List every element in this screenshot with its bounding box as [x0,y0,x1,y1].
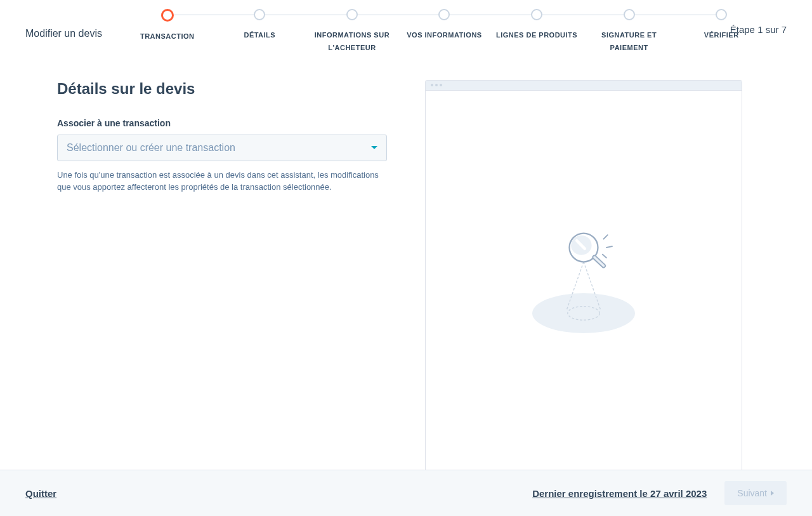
step-label: SIGNATURE ET PAIEMENT [601,29,657,55]
step-circle-icon [438,9,450,20]
preview-toolbar [426,81,742,91]
step-circle-icon [531,9,542,20]
step-line [167,15,260,15]
toolbar-dot-icon [440,84,442,86]
next-button[interactable]: Suivant [724,481,787,505]
magnifier-spotlight-icon [527,225,641,339]
left-panel: Détails sur le devis Associer à une tran… [57,80,387,473]
step-buyer-info[interactable]: INFORMATIONS SUR L'ACHETEUR [306,9,398,55]
select-placeholder: Sélectionner ou créer une transaction [67,142,235,154]
section-title: Détails sur le devis [57,80,387,98]
step-label: VOS INFORMATIONS [407,29,481,42]
right-panel [425,80,742,473]
page-title: Modifier un devis [25,9,102,39]
step-label: INFORMATIONS SUR L'ACHETEUR [315,29,390,55]
step-label: DÉTAILS [244,29,275,42]
next-button-label: Suivant [737,488,767,498]
footer: Quitter Dernier enregistrement le 27 avr… [0,470,812,516]
transaction-field-label: Associer à une transaction [57,118,387,128]
step-transaction[interactable]: TRANSACTION [121,9,214,43]
preview-window [425,80,742,473]
last-save-text: Dernier enregistrement le 27 avril 2023 [532,488,707,499]
step-circle-icon [346,9,358,20]
step-line [352,15,445,15]
step-details[interactable]: DÉTAILS [214,9,306,42]
step-indicator: Étape 1 sur 7 [730,24,787,35]
toolbar-dot-icon [435,84,438,86]
stepper: TRANSACTION DÉTAILS INFORMATIONS SUR L'A… [102,9,787,55]
step-circle-active [161,9,174,22]
step-signature-payment[interactable]: SIGNATURE ET PAIEMENT [583,9,676,55]
footer-right: Dernier enregistrement le 27 avril 2023 … [532,481,787,505]
header: Modifier un devis TRANSACTION DÉTAILS IN… [0,0,812,55]
transaction-select[interactable]: Sélectionner ou créer une transaction [57,135,387,161]
preview-content [426,91,742,473]
toolbar-dot-icon [431,84,433,86]
step-circle-icon [624,9,635,20]
step-circle-icon [254,9,265,20]
svg-point-0 [532,293,635,333]
step-line [537,15,629,15]
step-product-lines[interactable]: LIGNES DE PRODUITS [490,9,583,42]
quit-link[interactable]: Quitter [25,488,56,499]
step-line [629,15,722,15]
step-label: LIGNES DE PRODUITS [496,29,577,42]
content: Détails sur le devis Associer à une tran… [0,55,812,473]
chevron-right-icon [771,491,774,496]
caret-down-icon [371,146,377,149]
step-your-info[interactable]: VOS INFORMATIONS [398,9,491,42]
step-label: TRANSACTION [140,30,195,43]
step-line [444,15,537,15]
step-circle-icon [716,9,727,20]
step-line [259,15,352,15]
helper-text: Une fois qu'une transaction est associée… [57,169,387,194]
